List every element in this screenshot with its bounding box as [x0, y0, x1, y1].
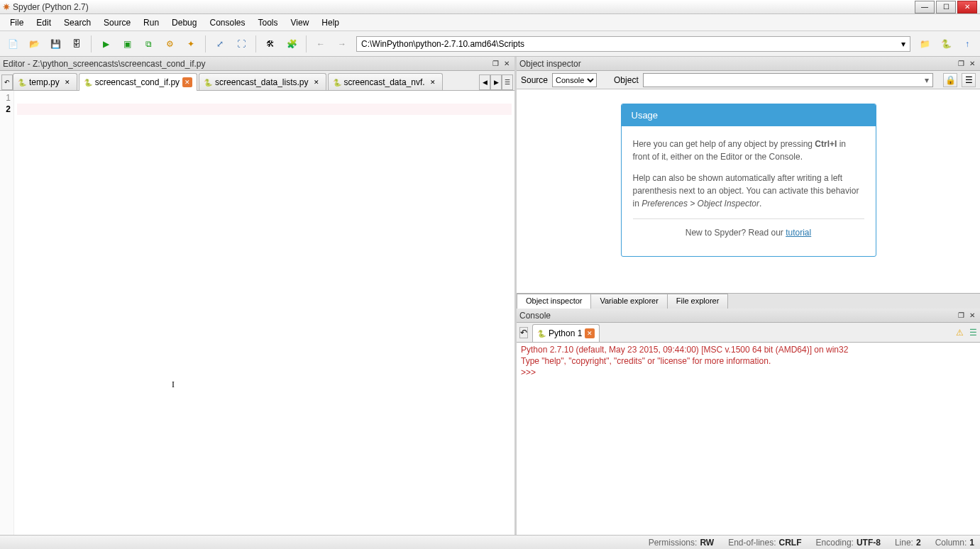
lock-icon[interactable]: 🔒 [943, 73, 957, 87]
forward-icon[interactable]: → [332, 34, 352, 54]
tab-close-modified-icon[interactable]: ✕ [182, 77, 192, 87]
tab-close-icon[interactable]: ✕ [585, 328, 595, 338]
options-icon[interactable]: ☰ [962, 73, 976, 87]
menu-file[interactable]: File [4, 16, 29, 30]
tab-variable-explorer[interactable]: Variable explorer [590, 294, 667, 309]
tab-close-icon[interactable]: ✕ [428, 77, 438, 87]
inspector-bottom-tabs: Object inspector Variable explorer File … [517, 293, 980, 309]
tab-label: temp.py [29, 77, 60, 87]
tab-object-inspector[interactable]: Object inspector [517, 294, 591, 309]
close-pane-icon[interactable]: ✕ [967, 59, 977, 69]
open-file-icon[interactable]: 📂 [24, 34, 44, 54]
python-file-icon [333, 78, 341, 87]
run-selection-icon[interactable]: ⚙ [160, 34, 180, 54]
title-bar: ✷ Spyder (Python 2.7) — ☐ ✕ [0, 0, 980, 14]
tab-label: screencast_cond_if.py [95, 77, 180, 87]
fullscreen-icon[interactable]: ⛶ [231, 34, 251, 54]
maximize-button[interactable]: ☐ [936, 1, 956, 13]
inspector-body: Usage Here you can get help of any objec… [517, 89, 980, 293]
usage-card: Usage Here you can get help of any objec… [621, 104, 876, 257]
warning-icon[interactable]: ⚠ [956, 328, 964, 338]
separator [633, 218, 864, 219]
console-body[interactable]: Python 2.7.10 (default, May 23 2015, 09:… [517, 343, 980, 535]
window-title: Spyder (Python 2.7) [13, 2, 915, 12]
status-encoding: Encoding: UTF-8 [816, 538, 881, 548]
tab-close-icon[interactable]: ✕ [62, 77, 72, 87]
editor-tab-data-lists[interactable]: screencast_data_lists.py ✕ [199, 73, 326, 90]
menu-bar: File Edit Search Source Run Debug Consol… [0, 14, 980, 31]
tab-scroll-right-icon[interactable]: ▶ [490, 74, 502, 90]
undock-icon[interactable]: ❐ [490, 59, 500, 69]
tab-file-explorer[interactable]: File explorer [667, 294, 729, 309]
usage-header: Usage [622, 104, 876, 126]
maximize-pane-icon[interactable]: ⤢ [210, 34, 230, 54]
tab-list-icon[interactable]: ☰ [502, 74, 513, 90]
close-button[interactable]: ✕ [957, 1, 977, 13]
menu-consoles[interactable]: Consoles [204, 16, 250, 30]
run-icon[interactable]: ▶ [96, 34, 116, 54]
save-icon[interactable]: 💾 [45, 34, 65, 54]
status-permissions: Permissions: RW [649, 538, 714, 548]
editor-pane-title: Editor - Z:\python_screencasts\screencas… [3, 59, 205, 69]
menu-source[interactable]: Source [98, 16, 136, 30]
new-file-icon[interactable]: 📄 [3, 34, 23, 54]
separator [255, 35, 256, 52]
browse-folder-icon[interactable]: 📁 [915, 34, 935, 54]
tab-history-icon[interactable]: ↶ [1, 74, 13, 90]
minimize-button[interactable]: — [915, 1, 935, 13]
console-prompt: >>> [521, 367, 976, 378]
editor-tab-temp[interactable]: temp.py ✕ [13, 73, 77, 90]
save-all-icon[interactable]: 🗄 [67, 34, 87, 54]
console-tab-python1[interactable]: Python 1 ✕ [532, 324, 600, 342]
source-label: Source [521, 75, 548, 85]
parent-dir-icon[interactable]: ↑ [957, 34, 977, 54]
toolbar: 📄 📂 💾 🗄 ▶ ▣ ⧉ ⚙ ✦ ⤢ ⛶ 🛠 🧩 ← → C:\WinPyth… [0, 31, 980, 57]
debug-icon[interactable]: ✦ [181, 34, 201, 54]
tab-close-icon[interactable]: ✕ [312, 77, 321, 87]
usage-body: Here you can get help of any object by p… [622, 126, 876, 256]
back-icon[interactable]: ← [311, 34, 331, 54]
run-cell-advance-icon[interactable]: ⧉ [138, 34, 158, 54]
status-eol: End-of-lines: CRLF [728, 538, 801, 548]
close-pane-icon[interactable]: ✕ [502, 59, 512, 69]
menu-debug[interactable]: Debug [166, 16, 202, 30]
working-dir-value: C:\WinPython\python-2.7.10.amd64\Scripts [361, 39, 524, 49]
code-area[interactable]: I [14, 91, 514, 535]
editor-tab-data-nvf[interactable]: screencast_data_nvf. ✕ [328, 73, 443, 90]
menu-edit[interactable]: Edit [31, 16, 57, 30]
python-file-icon [18, 78, 26, 87]
menu-search[interactable]: Search [58, 16, 97, 30]
chevron-down-icon[interactable]: ▾ [901, 39, 905, 49]
text-cursor-icon: I [172, 379, 175, 390]
console-tab-strip: ↶ Python 1 ✕ ⚠ ☰ [517, 323, 980, 343]
source-select[interactable]: Console [552, 73, 597, 87]
tab-scroll-left-icon[interactable]: ◀ [479, 74, 490, 90]
chevron-down-icon[interactable]: ▾ [925, 75, 929, 85]
usage-paragraph-1: Here you can get help of any object by p… [633, 138, 864, 163]
run-cell-icon[interactable]: ▣ [117, 34, 137, 54]
menu-help[interactable]: Help [316, 16, 345, 30]
menu-run[interactable]: Run [138, 16, 165, 30]
tab-history-icon[interactable]: ↶ [519, 327, 528, 338]
python-file-icon [84, 78, 92, 87]
python-icon[interactable]: 🐍 [936, 34, 956, 54]
console-line: Type "help", "copyright", "credits" or "… [521, 355, 976, 367]
tutorial-link[interactable]: tutorial [786, 228, 811, 238]
undock-icon[interactable]: ❐ [956, 311, 966, 321]
object-input[interactable] [643, 73, 933, 87]
console-pane-header: Console ❐ ✕ [517, 309, 980, 323]
preferences-icon[interactable]: 🛠 [260, 34, 280, 54]
working-dir-input[interactable]: C:\WinPython\python-2.7.10.amd64\Scripts… [356, 36, 910, 52]
undock-icon[interactable]: ❐ [956, 59, 966, 69]
current-line-highlight [17, 104, 512, 115]
right-pane: Object inspector ❐ ✕ Source Console Obje… [517, 57, 980, 535]
console-options-icon[interactable]: ☰ [969, 328, 977, 338]
python-path-icon[interactable]: 🧩 [282, 34, 302, 54]
status-column: Column: 1 [935, 538, 974, 548]
editor-body[interactable]: 1 2 I [0, 91, 514, 535]
menu-view[interactable]: View [285, 16, 315, 30]
editor-tab-cond-if[interactable]: screencast_cond_if.py ✕ [79, 73, 197, 91]
close-pane-icon[interactable]: ✕ [967, 311, 977, 321]
editor-tab-strip: ↶ temp.py ✕ screencast_cond_if.py ✕ scre… [0, 71, 514, 91]
menu-tools[interactable]: Tools [253, 16, 284, 30]
